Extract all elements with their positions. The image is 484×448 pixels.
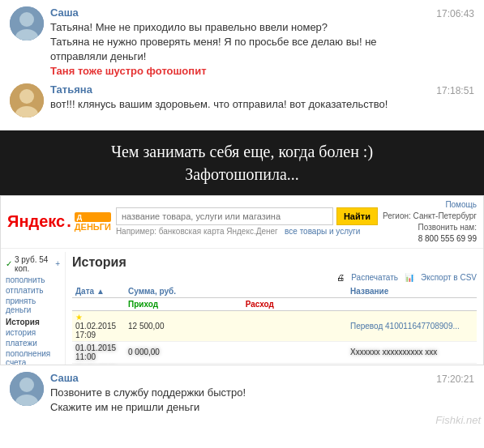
banner-line1: Чем занимать себя еще, когда болен :) — [111, 143, 373, 160]
checkmark-icon: ✓ — [6, 259, 12, 268]
cell-date: ★ 01.02.2015 17:09 — [72, 310, 125, 341]
message-body-sasha1: Саша Татьяна! Мне не приходило вы правел… — [50, 6, 430, 77]
yandex-content: История 🖨 Распечатать 📊 Экспорт в CSV Да… — [66, 252, 483, 365]
black-banner: Чем занимать себя еще, когда болен :) За… — [0, 130, 484, 195]
export-icon: 📊 — [405, 273, 414, 282]
yandex-right-panel: Помощь Регион: Санкт-Петербург Позвонить… — [383, 199, 477, 245]
cell-name-blurred: Xxxxxxx xxxxxxxxxx xxx — [347, 341, 477, 363]
transfer-link[interactable]: Перевод 410011647708909... — [350, 322, 460, 331]
yandex-header: Яндекс . Д ДЕНЬГИ Найти Например: банков… — [1, 196, 483, 249]
sender-name-sasha2: Саша — [50, 372, 430, 384]
chat-top: Саша Татьяна! Мне не приходило вы правел… — [0, 0, 484, 130]
cell-income: 12 500,00 — [125, 310, 242, 341]
message-text-sasha1-1: Татьяна! Мне не приходило вы правельно в… — [50, 20, 430, 35]
message-body-sasha2: Саша Позвоните в службу поддержки быстро… — [50, 372, 430, 415]
th-income: Приход — [125, 297, 242, 310]
all-products-link[interactable]: все товары и услуги — [285, 227, 360, 236]
yandex-search-bar: Найти — [116, 207, 378, 225]
history-table: Дата ▲ Сумма, руб. Название Приход Расхо… — [72, 285, 477, 365]
phone-number: 8 800 555 69 99 — [418, 234, 477, 243]
message-row-sasha1: Саша Татьяна! Мне не приходило вы правел… — [10, 6, 474, 77]
message-row-tatyana: Татьяна вот!!! клянусь вашим здоровьем. … — [10, 83, 474, 117]
help-link[interactable]: Помощь — [445, 200, 477, 209]
add-funds-icon[interactable]: + — [55, 259, 60, 268]
yandex-ya: Яндекс — [7, 212, 65, 231]
table-header-row2: Приход Расход — [72, 297, 477, 310]
sidebar-payments-link[interactable]: платежи — [6, 339, 60, 348]
message-text-sasha1-2: Татьяна не нужно проверять меня! Я по пр… — [50, 35, 430, 64]
sidebar-history-header: История — [6, 318, 60, 326]
phone-label: Позвонить нам: 8 800 555 69 99 — [383, 222, 477, 245]
svg-point-7 — [19, 378, 34, 392]
yandex-search-input[interactable] — [116, 207, 333, 225]
yandex-search-hint: Например: банковская карта Яндекс.Денег … — [116, 227, 378, 236]
highlight-text: Таня тоже шустро фотошопит — [50, 65, 430, 77]
balance-amount: 3 руб. 54 коп. — [15, 255, 53, 273]
timestamp-sasha2: 17:20:21 — [430, 372, 474, 385]
yandex-logo: Яндекс . Д ДЕНЬГИ — [7, 212, 111, 232]
message-content-tatyana: Татьяна вот!!! клянусь вашим здоровьем. … — [50, 83, 474, 112]
table-header-row1: Дата ▲ Сумма, руб. Название — [72, 285, 477, 298]
message-body-tatyana: Татьяна вот!!! клянусь вашим здоровьем. … — [50, 83, 430, 112]
message-text-sasha2-2: Скажите им не пришли деньги — [50, 400, 430, 415]
chat-bottom: Саша Позвоните в службу поддержки быстро… — [0, 365, 484, 428]
yandex-search-area: Найти Например: банковская карта Яндекс.… — [116, 207, 378, 236]
yandex-dot: . — [66, 212, 71, 231]
sidebar-topups-link[interactable]: пополнения счета — [6, 349, 60, 365]
th-sum[interactable]: Сумма, руб. — [125, 285, 347, 298]
message-content-sasha1: Саша Татьяна! Мне не приходило вы правел… — [50, 6, 474, 77]
yandex-main: ✓ 3 руб. 54 коп. + пополнить отплатить п… — [1, 249, 483, 365]
sidebar-history-section: История история платежи пополнения счета — [6, 318, 60, 365]
sidebar-history-link[interactable]: история — [6, 328, 60, 337]
yandex-sidebar: ✓ 3 руб. 54 коп. + пополнить отплатить п… — [1, 252, 66, 365]
avatar-sasha2 — [10, 372, 44, 406]
timestamp-sasha1: 17:06:43 — [430, 6, 474, 19]
th-name: Название — [347, 285, 477, 298]
svg-point-4 — [19, 89, 34, 104]
export-link[interactable]: Экспорт в CSV — [421, 273, 477, 282]
table-header: Дата ▲ Сумма, руб. Название Приход Расхо… — [72, 285, 477, 311]
avatar-sasha1 — [10, 6, 44, 41]
yandex-dengi: ДЕНЬГИ — [75, 222, 111, 232]
banner-line2: Зафотошопила... — [185, 165, 299, 183]
cell-expense — [242, 310, 347, 341]
message-content-sasha2: Саша Позвоните в службу поддержки быстро… — [50, 372, 474, 415]
message-text-tatyana: вот!!! клянусь вашим здоровьем. что отпр… — [50, 97, 430, 112]
sidebar-link-receive[interactable]: принять деньги — [6, 297, 60, 314]
message-row-sasha2: Саша Позвоните в службу поддержки быстро… — [10, 372, 474, 415]
cell-name: Перевод 410011647708909... — [347, 310, 477, 341]
print-link[interactable]: Распечатать — [351, 273, 398, 282]
avatar-tatyana — [10, 83, 44, 117]
th-empty2 — [347, 297, 477, 310]
th-empty1 — [72, 297, 125, 310]
table-row: ★ 01.02.2015 17:09 12 500,00 Перевод 410… — [72, 310, 477, 341]
sidebar-link-refill[interactable]: пополнить — [6, 275, 60, 284]
print-icon: 🖨 — [336, 273, 345, 282]
sender-name-tatyana: Татьяна — [50, 83, 430, 96]
history-toolbar: 🖨 Распечатать 📊 Экспорт в CSV — [72, 273, 477, 282]
yandex-money-badge: Д — [75, 212, 111, 222]
th-date[interactable]: Дата ▲ — [72, 285, 125, 298]
sidebar-link-pay[interactable]: отплатить — [6, 286, 60, 295]
cell-expense-blurred — [242, 341, 347, 363]
th-expense: Расход — [242, 297, 347, 310]
cell-date-blurred: 01.01.2015 11:00 — [72, 341, 125, 363]
timestamp-tatyana: 17:18:51 — [430, 83, 474, 96]
table-row: 01.01.2015 11:00 0 000,00 Xxxxxxx xxxxxx… — [72, 341, 477, 363]
svg-point-1 — [19, 12, 34, 27]
region-text: Регион: Санкт-Петербург — [383, 211, 477, 222]
cell-income-blurred: 0 000,00 — [125, 341, 242, 363]
yandex-screenshot: Яндекс . Д ДЕНЬГИ Найти Например: банков… — [0, 195, 484, 365]
watermark: Fishki.net — [435, 414, 481, 426]
yandex-search-button[interactable]: Найти — [336, 207, 378, 225]
history-title: История — [72, 255, 477, 270]
table-body: ★ 01.02.2015 17:09 12 500,00 Перевод 410… — [72, 310, 477, 365]
message-text-sasha2-1: Позвоните в службу поддержки быстро! — [50, 386, 430, 400]
banner-text: Чем занимать себя еще, когда болен :) За… — [16, 140, 468, 186]
sender-name-sasha1: Саша — [50, 6, 430, 19]
